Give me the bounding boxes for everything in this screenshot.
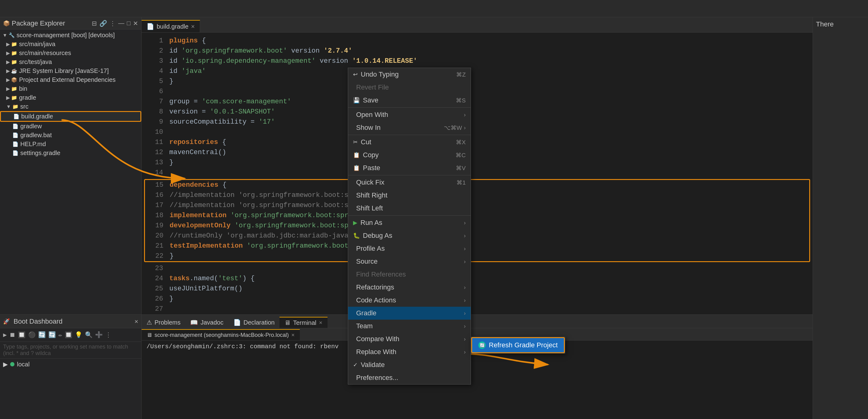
code-line-24: 24 tasks.named('test') {	[142, 273, 813, 284]
menu-label: Debug As	[363, 232, 392, 240]
menu-run-as[interactable]: ▶ Run As ›	[348, 216, 471, 229]
tree-item-label: JRE System Library [JavaSE-17]	[19, 67, 108, 74]
toolbar-icon-1[interactable]: ▶	[3, 331, 7, 339]
menu-preferences[interactable]: Preferences...	[348, 371, 471, 384]
code-line-7: 7 group = 'com.score-management'	[142, 97, 813, 107]
refresh-gradle-label: Refresh Gradle Project	[489, 341, 558, 349]
running-status-icon	[10, 362, 14, 366]
cut-icon: ✂	[353, 139, 358, 146]
menu-label: Show In	[356, 124, 381, 132]
link-icon[interactable]: 🔗	[99, 20, 107, 27]
refresh-gradle-button[interactable]: 🔄 Refresh Gradle Project	[471, 337, 565, 353]
separator-2	[348, 135, 471, 135]
submenu-arrow: ›	[464, 233, 466, 239]
toolbar-icon-6[interactable]: 🔄	[48, 331, 56, 339]
boot-dashboard-header: 🚀 Boot Dashboard ✕	[0, 315, 141, 328]
terminal-tab-close[interactable]: ✕	[319, 320, 322, 325]
tree-item-project-deps[interactable]: ▶ 📦 Project and External Dependencies	[0, 75, 141, 84]
tree-item-gradlew-bat[interactable]: 📄 gradlew.bat	[0, 131, 141, 140]
tree-item-src-main-java[interactable]: ▶ 📁 src/main/java	[0, 40, 141, 49]
separator-1	[348, 107, 471, 108]
toolbar-icon-12[interactable]: ⋮	[105, 331, 112, 339]
menu-label: Paste	[363, 164, 380, 172]
menu-compare-with[interactable]: Compare With ›	[348, 332, 471, 346]
toolbar-icon-11[interactable]: ➕	[95, 331, 103, 339]
menu-copy[interactable]: 📋 Copy ⌘C	[348, 149, 471, 162]
menu-team[interactable]: Team ›	[348, 320, 471, 332]
menu-profile-as[interactable]: Profile As ›	[348, 242, 471, 255]
submenu-arrow: ›	[464, 310, 466, 317]
menu-gradle[interactable]: Gradle ›	[348, 307, 471, 320]
menu-show-in[interactable]: Show In ⌥⌘W ›	[348, 121, 471, 134]
menu-validate[interactable]: ✓ Validate	[348, 358, 471, 371]
tree-item-project[interactable]: ▼ 🔧 score-management [boot] [devtools]	[0, 31, 141, 40]
boot-local-item[interactable]: ▶ local	[0, 359, 141, 370]
menu-icon[interactable]: ⋮	[110, 20, 116, 27]
menu-refactorings[interactable]: Refactorings ›	[348, 281, 471, 294]
toolbar-icon-3[interactable]: 🔲	[18, 331, 26, 339]
code-editor[interactable]: 1 plugins { 2 id 'org.springframework.bo…	[142, 33, 813, 314]
tab-javadoc[interactable]: 📖 Javadoc	[185, 317, 228, 328]
tree-item-src[interactable]: ▼ 📁 src	[0, 102, 141, 111]
menu-save[interactable]: 💾 Save ⌘S	[348, 94, 471, 107]
toolbar-icon-8[interactable]: 🔲	[65, 331, 72, 339]
tab-declaration[interactable]: 📄 Declaration	[228, 317, 279, 328]
toolbar-icon-5[interactable]: 🔄	[38, 331, 46, 339]
toolbar-icon-7[interactable]: ✏	[59, 331, 62, 339]
close-panel-icon[interactable]: ✕	[134, 318, 138, 325]
menu-shift-right[interactable]: Shift Right	[348, 189, 471, 202]
toolbar-icon-9[interactable]: 💡	[75, 331, 83, 339]
tree-item-settings-gradle[interactable]: 📄 settings.gradle	[0, 149, 141, 158]
terminal-subtab[interactable]: 🖥 score-management (seonghamins-MacBook-…	[142, 329, 300, 340]
shortcut-label: ⌘Z	[456, 71, 466, 78]
package-explorer-icons: ⊟ 🔗 ⋮ — □ ✕	[92, 20, 138, 27]
tree-item-gradlew[interactable]: 📄 gradlew	[0, 122, 141, 131]
menu-cut[interactable]: ✂ Cut ⌘X	[348, 136, 471, 149]
javadoc-icon: 📖	[190, 319, 198, 326]
menu-shift-left[interactable]: Shift Left	[348, 202, 471, 215]
menu-code-actions[interactable]: Code Actions ›	[348, 294, 471, 307]
menu-replace-with[interactable]: Replace With ›	[348, 346, 471, 358]
minimize-icon[interactable]: —	[118, 20, 124, 27]
collapse-icon[interactable]: ⊟	[92, 20, 97, 27]
tree-item-build-gradle[interactable]: 📄 build.gradle	[0, 111, 141, 122]
tab-problems[interactable]: ⚠ Problems	[142, 317, 185, 328]
toolbar-icon-4[interactable]: ⚫	[28, 331, 36, 339]
tree-item-label: src/main/resources	[19, 50, 71, 57]
code-line-14: 14	[142, 168, 813, 178]
copy-icon: 📋	[353, 152, 360, 158]
tree-item-jre[interactable]: ▶ ☕ JRE System Library [JavaSE-17]	[0, 66, 141, 75]
tree-item-help-md[interactable]: 📄 HELP.md	[0, 140, 141, 149]
menu-paste[interactable]: 📋 Paste ⌘V	[348, 162, 471, 174]
submenu-arrow: ›	[464, 246, 466, 252]
menu-label: Cut	[361, 138, 371, 146]
terminal-subtab-close[interactable]: ✕	[291, 332, 295, 337]
tab-terminal[interactable]: 🖥 Terminal ✕	[279, 317, 328, 328]
expand-arrow: ▶	[3, 360, 8, 368]
tree-item-bin[interactable]: ▶ 📁 bin	[0, 84, 141, 93]
close-icon[interactable]: ✕	[133, 20, 138, 27]
tab-label: Terminal	[293, 319, 316, 326]
menu-label: Preferences...	[356, 374, 398, 382]
maximize-icon[interactable]: □	[127, 20, 130, 27]
paste-icon: 📋	[353, 165, 360, 171]
submenu-arrow: ›	[464, 323, 466, 329]
code-line-21: 21 testImplementation 'org.springframewo…	[145, 241, 809, 251]
menu-open-with[interactable]: Open With ›	[348, 108, 471, 121]
tree-item-label: Project and External Dependencies	[19, 76, 116, 84]
toolbar-icon-2[interactable]: ⏹	[9, 331, 16, 339]
tab-icon: 📄	[147, 23, 154, 30]
toolbar-icon-10[interactable]: 🔍	[85, 331, 93, 339]
tree-item-src-main-resources[interactable]: ▶ 📁 src/main/resources	[0, 49, 141, 58]
tab-build-gradle[interactable]: 📄 build.gradle ✕	[142, 20, 200, 32]
menu-debug-as[interactable]: 🐛 Debug As ›	[348, 229, 471, 242]
menu-undo[interactable]: ↩ Undo Typing ⌘Z	[348, 68, 471, 81]
code-line-12: 12 mavenCentral()	[142, 148, 813, 158]
menu-quick-fix[interactable]: Quick Fix ⌘1	[348, 176, 471, 189]
code-line-17: 17 //implementation 'org.springframework…	[145, 200, 809, 211]
tree-item-gradle[interactable]: ▶ 📁 gradle	[0, 93, 141, 102]
boot-search-placeholder[interactable]: Type tags, projects, or working set name…	[0, 342, 141, 359]
tree-item-src-test-java[interactable]: ▶ 📁 src/test/java	[0, 58, 141, 66]
menu-source[interactable]: Source ›	[348, 255, 471, 268]
tab-close-button[interactable]: ✕	[191, 24, 195, 30]
